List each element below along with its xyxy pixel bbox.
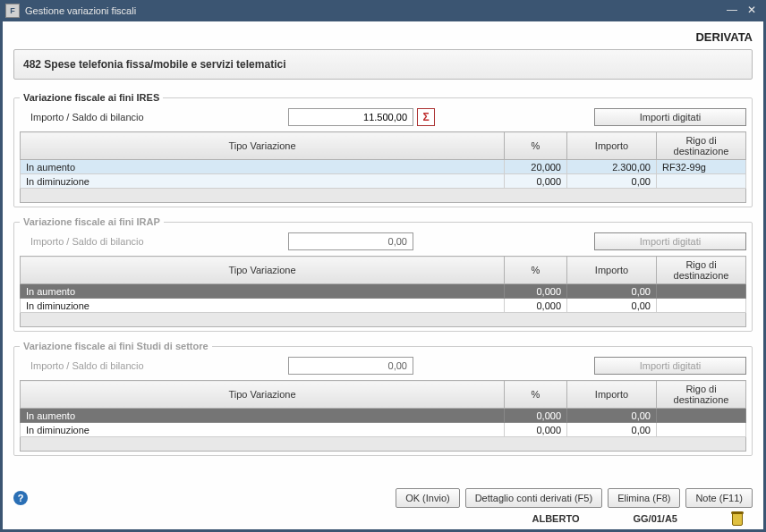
ires-importi-digitati-button[interactable]: Importi digitati xyxy=(594,108,746,126)
ires-saldo-label: Importo / Saldo di bilancio xyxy=(20,112,288,122)
irap-table: Tipo Variazione % Importo Rigo di destin… xyxy=(20,256,746,313)
studi-saldo-label: Importo / Saldo di bilancio xyxy=(20,360,288,371)
derivata-label: DERIVATA xyxy=(13,29,753,49)
cell-rigo xyxy=(657,299,746,313)
cell-rigo xyxy=(657,409,746,423)
cell-tipo: In diminuzione xyxy=(21,174,505,189)
col-importo[interactable]: Importo xyxy=(567,257,657,284)
content-area: DERIVATA 482 Spese telefonia fissa/mobil… xyxy=(3,21,763,529)
irap-grid-footer xyxy=(20,313,746,327)
table-row[interactable]: In diminuzione 0,000 0,00 xyxy=(21,423,746,437)
cell-importo: 0,00 xyxy=(567,423,657,437)
table-row[interactable]: In aumento 0,000 0,00 xyxy=(21,284,746,299)
table-row[interactable]: In aumento 20,000 2.300,00 RF32-99g xyxy=(21,160,746,174)
group-irap-legend: Variazione fiscale ai fini IRAP xyxy=(20,216,164,227)
cell-rigo: RF32-99g xyxy=(657,160,746,174)
col-pct[interactable]: % xyxy=(505,132,567,160)
ok-button[interactable]: OK (Invio) xyxy=(396,488,460,508)
titlebar: F Gestione variazioni fiscali — ✕ xyxy=(0,0,766,21)
cell-pct: 20,000 xyxy=(505,160,567,174)
irap-saldo-label: Importo / Saldo di bilancio xyxy=(20,236,288,247)
col-pct[interactable]: % xyxy=(505,257,567,284)
minimize-button[interactable]: — xyxy=(723,4,741,18)
close-button[interactable]: ✕ xyxy=(743,4,761,18)
irap-importi-digitati-button: Importi digitati xyxy=(594,232,746,250)
cell-rigo xyxy=(657,423,746,437)
table-row[interactable]: In aumento 0,000 0,00 xyxy=(21,409,746,423)
cell-pct: 0,000 xyxy=(505,284,567,299)
cell-importo: 0,00 xyxy=(567,284,657,299)
group-ires-legend: Variazione fiscale ai fini IRES xyxy=(20,92,163,103)
status-bar: ALBERTO GG/01/A5 xyxy=(13,508,753,526)
ires-grid-footer xyxy=(20,189,746,203)
group-irap: Variazione fiscale ai fini IRAP Importo … xyxy=(13,216,753,332)
ires-table: Tipo Variazione % Importo Rigo di destin… xyxy=(20,131,746,189)
studi-importi-digitati-button: Importi digitati xyxy=(594,357,746,375)
studi-saldo-input xyxy=(288,357,413,375)
group-studi: Variazione fiscale ai fini Studi di sett… xyxy=(13,341,753,456)
dettaglio-button[interactable]: Dettaglio conti derivati (F5) xyxy=(465,488,602,508)
cell-pct: 0,000 xyxy=(505,423,567,437)
cell-tipo: In diminuzione xyxy=(21,423,505,437)
col-importo[interactable]: Importo xyxy=(567,381,657,409)
table-row[interactable]: In diminuzione 0,000 0,00 xyxy=(21,174,746,189)
help-icon[interactable]: ? xyxy=(13,491,28,505)
app-icon: F xyxy=(5,4,20,18)
cell-tipo: In aumento xyxy=(21,409,505,423)
cell-pct: 0,000 xyxy=(505,299,567,313)
cell-pct: 0,000 xyxy=(505,409,567,423)
col-tipo[interactable]: Tipo Variazione xyxy=(21,257,505,284)
cell-importo: 0,00 xyxy=(567,299,657,313)
status-user: ALBERTO xyxy=(532,513,580,524)
cell-rigo xyxy=(657,284,746,299)
cell-tipo: In aumento xyxy=(21,284,505,299)
group-ires: Variazione fiscale ai fini IRES Importo … xyxy=(13,92,753,207)
col-rigo[interactable]: Rigo di destinazione xyxy=(657,132,746,160)
studi-table: Tipo Variazione % Importo Rigo di destin… xyxy=(20,380,746,437)
cell-importo: 2.300,00 xyxy=(567,160,657,174)
col-tipo[interactable]: Tipo Variazione xyxy=(21,381,505,409)
elimina-button[interactable]: Elimina (F8) xyxy=(608,488,680,508)
col-importo[interactable]: Importo xyxy=(567,132,657,160)
col-tipo[interactable]: Tipo Variazione xyxy=(21,132,505,160)
col-rigo[interactable]: Rigo di destinazione xyxy=(657,257,746,284)
cell-rigo xyxy=(657,174,746,189)
col-rigo[interactable]: Rigo di destinazione xyxy=(657,381,746,409)
ires-saldo-input[interactable] xyxy=(288,108,413,126)
cell-importo: 0,00 xyxy=(567,409,657,423)
trash-icon[interactable] xyxy=(731,511,744,526)
window-title: Gestione variazioni fiscali xyxy=(25,5,721,16)
group-studi-legend: Variazione fiscale ai fini Studi di sett… xyxy=(20,341,212,351)
cell-tipo: In aumento xyxy=(21,160,505,174)
header-box: 482 Spese telefonia fissa/mobile e servi… xyxy=(13,49,753,80)
sigma-button[interactable]: Σ xyxy=(417,108,435,126)
table-row[interactable]: In diminuzione 0,000 0,00 xyxy=(21,299,746,313)
col-pct[interactable]: % xyxy=(505,381,567,409)
irap-saldo-input xyxy=(288,232,413,250)
cell-tipo: In diminuzione xyxy=(21,299,505,313)
status-code: GG/01/A5 xyxy=(633,513,677,524)
bottom-bar: ? OK (Invio) Dettaglio conti derivati (F… xyxy=(13,485,753,508)
cell-pct: 0,000 xyxy=(505,174,567,189)
studi-grid-footer xyxy=(20,437,746,452)
cell-importo: 0,00 xyxy=(567,174,657,189)
note-button[interactable]: Note (F11) xyxy=(685,488,753,508)
